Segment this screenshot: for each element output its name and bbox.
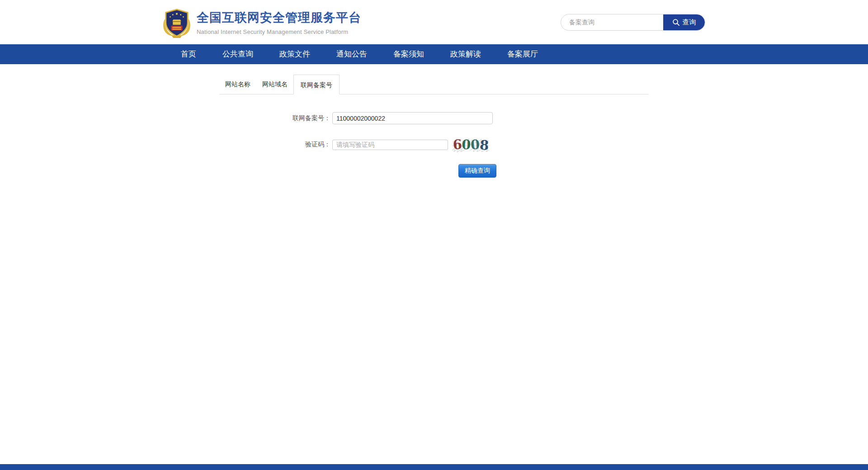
nav-item-filing-hall[interactable]: 备案展厅 xyxy=(507,44,538,64)
query-panel: 网站名称 网站域名 联网备案号 联网备案号： 验证码： xyxy=(219,75,649,178)
nav-item-policy-interpretation[interactable]: 政策解读 xyxy=(450,44,481,64)
footer-bar xyxy=(0,464,868,470)
nav-item-filing-guide[interactable]: 备案须知 xyxy=(393,44,424,64)
search-button[interactable]: 查询 xyxy=(663,14,705,30)
nav-item-notices[interactable]: 通知公告 xyxy=(336,44,367,64)
header-search: 查询 xyxy=(561,14,705,31)
captcha-input[interactable] xyxy=(332,140,448,150)
search-icon xyxy=(672,19,680,26)
precise-query-button[interactable]: 精确查询 xyxy=(458,164,496,178)
record-number-row: 联网备案号： xyxy=(219,112,649,124)
site-title-block: 全国互联网安全管理服务平台 National Internet Security… xyxy=(197,9,361,35)
police-badge-logo xyxy=(163,8,191,38)
search-button-label: 查询 xyxy=(683,18,696,27)
record-number-label: 联网备案号： xyxy=(219,114,330,122)
captcha-digit: 0 xyxy=(461,137,471,152)
tab-site-domain[interactable]: 网站域名 xyxy=(256,75,293,94)
main-nav: 首页 公共查询 政策文件 通知公告 备案须知 政策解读 备案展厅 xyxy=(0,44,868,64)
captcha-image[interactable]: 6 0 0 8 xyxy=(452,137,490,152)
submit-row: 精确查询 xyxy=(219,164,649,178)
search-input[interactable] xyxy=(561,14,663,30)
nav-item-home[interactable]: 首页 xyxy=(181,44,196,64)
nav-item-public-query[interactable]: 公共查询 xyxy=(222,44,253,64)
nav-item-policy-files[interactable]: 政策文件 xyxy=(279,44,310,64)
page-header: 全国互联网安全管理服务平台 National Internet Security… xyxy=(0,0,868,44)
record-number-input[interactable] xyxy=(332,112,493,124)
query-tabs: 网站名称 网站域名 联网备案号 xyxy=(219,75,649,94)
captcha-digit: 8 xyxy=(479,137,490,152)
captcha-digit: 0 xyxy=(470,137,480,152)
tab-filing-number[interactable]: 联网备案号 xyxy=(293,75,340,94)
captcha-row: 验证码： 6 0 0 8 xyxy=(219,137,649,152)
filing-number-query-form: 联网备案号： 验证码： 6 0 0 xyxy=(219,94,649,178)
tab-site-name[interactable]: 网站名称 xyxy=(219,75,256,94)
site-title: 全国互联网安全管理服务平台 xyxy=(197,9,361,26)
captcha-label: 验证码： xyxy=(219,141,330,149)
site-subtitle: National Internet Security Management Se… xyxy=(197,28,361,35)
